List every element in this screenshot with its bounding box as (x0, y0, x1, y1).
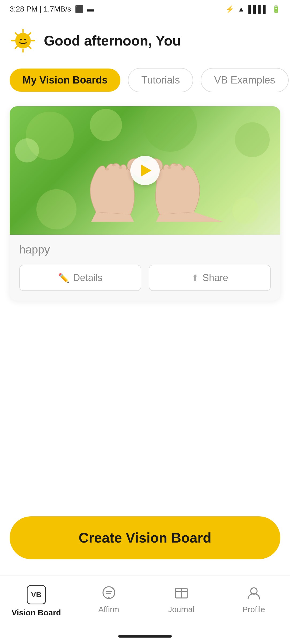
home-bar (118, 635, 172, 638)
card-image-container[interactable] (10, 106, 280, 235)
create-btn-wrapper: Create Vision Board (0, 516, 290, 575)
time-display: 3:28 PM | 1.7MB/s (10, 5, 71, 13)
tab-tutorials[interactable]: Tutorials (128, 68, 193, 92)
pencil-icon: ✏️ (58, 272, 69, 283)
status-bar: 3:28 PM | 1.7MB/s ⬛ ▬ ⚡ ▲ ▌▌▌▌ 🔋 (0, 0, 290, 17)
play-button[interactable] (130, 156, 160, 185)
svg-point-12 (112, 164, 116, 166)
svg-line-7 (29, 33, 31, 35)
svg-line-8 (15, 47, 17, 48)
nav-label-profile: Profile (242, 605, 265, 614)
svg-point-9 (20, 39, 22, 40)
nav-item-profile[interactable]: Profile (218, 585, 290, 614)
tabs-container: My Vision Boards Tutorials VB Examples (10, 68, 280, 92)
vision-board-icon: VB (27, 585, 46, 604)
tab-vb-examples[interactable]: VB Examples (201, 68, 288, 92)
status-left: 3:28 PM | 1.7MB/s ⬛ ▬ (10, 5, 94, 13)
nav-item-affirm[interactable]: Affirm (72, 585, 145, 614)
svg-point-0 (16, 33, 30, 48)
sun-icon (10, 27, 36, 54)
share-icon: ⬆ (191, 272, 199, 283)
greeting-text: Good afternoon, You (44, 33, 181, 49)
svg-line-5 (15, 33, 17, 35)
header: Good afternoon, You (10, 27, 280, 54)
nav-item-vision-board[interactable]: VB Vision Board (0, 585, 72, 617)
profile-icon (246, 585, 262, 601)
wifi-icon: ▲ (238, 5, 245, 13)
status-right: ⚡ ▲ ▌▌▌▌ 🔋 (226, 5, 280, 13)
tab-my-vision-boards[interactable]: My Vision Boards (10, 69, 120, 92)
card-actions: ✏️ Details ⬆ Share (19, 265, 271, 291)
screen-cast-icon: ⬛ (75, 5, 83, 13)
card-body: happy ✏️ Details ⬆ Share (10, 235, 280, 301)
svg-point-10 (24, 39, 26, 40)
play-triangle-icon (141, 165, 151, 176)
home-indicator (0, 630, 290, 644)
svg-point-11 (105, 168, 109, 171)
message-icon: ▬ (87, 5, 94, 13)
details-label: Details (73, 272, 102, 283)
affirm-icon (101, 585, 117, 601)
nav-label-journal: Journal (168, 605, 194, 614)
details-button[interactable]: ✏️ Details (19, 265, 141, 291)
nav-label-vision-board: Vision Board (12, 608, 61, 617)
share-label: Share (203, 272, 228, 283)
card-title: happy (19, 243, 271, 256)
battery-icon: 🔋 (272, 5, 280, 13)
nav-item-journal[interactable]: Journal (145, 585, 218, 614)
svg-point-14 (181, 168, 185, 171)
nav-label-affirm: Affirm (98, 605, 119, 614)
main-content: Good afternoon, You My Vision Boards Tut… (0, 17, 290, 516)
create-vision-board-button[interactable]: Create Vision Board (10, 516, 280, 559)
bluetooth-icon: ⚡ (226, 5, 234, 13)
svg-point-13 (119, 166, 123, 169)
journal-icon (173, 585, 189, 601)
share-button[interactable]: ⬆ Share (149, 265, 271, 291)
vision-board-card: happy ✏️ Details ⬆ Share (10, 106, 280, 301)
svg-line-6 (29, 47, 31, 48)
svg-point-16 (167, 166, 171, 169)
signal-icon: ▌▌▌▌ (248, 5, 268, 13)
bottom-nav: VB Vision Board Affirm Journal Profile (0, 575, 290, 630)
svg-point-17 (103, 587, 115, 598)
svg-point-15 (174, 164, 178, 166)
